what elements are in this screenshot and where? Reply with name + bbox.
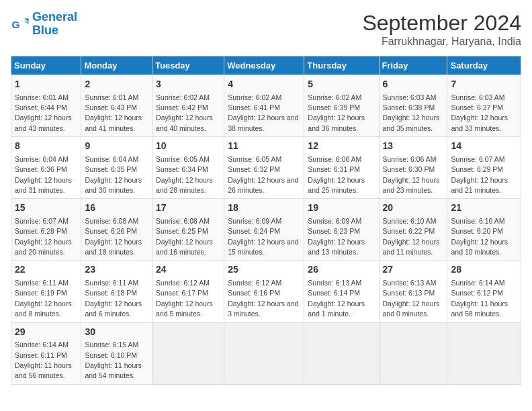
day-number: 7 [451, 78, 517, 91]
day-info: Sunrise: 6:11 AMSunset: 6:19 PMDaylight:… [15, 279, 72, 318]
calendar-cell: 29Sunrise: 6:14 AMSunset: 6:11 PMDayligh… [11, 322, 81, 384]
day-number: 18 [228, 201, 300, 215]
calendar-cell: 26Sunrise: 6:13 AMSunset: 6:14 PMDayligh… [304, 261, 379, 322]
day-number: 8 [15, 140, 77, 153]
page-header: G General Blue September 2024 Farrukhnag… [11, 11, 521, 48]
calendar-cell [304, 322, 379, 384]
calendar-cell: 23Sunrise: 6:11 AMSunset: 6:18 PMDayligh… [81, 261, 152, 322]
day-info: Sunrise: 6:08 AMSunset: 6:26 PMDaylight:… [85, 217, 142, 256]
day-number: 1 [15, 78, 77, 91]
calendar-title: September 2024 [362, 11, 521, 36]
weekday-header-friday: Friday [379, 56, 447, 75]
calendar-cell: 14Sunrise: 6:07 AMSunset: 6:29 PMDayligh… [447, 137, 521, 199]
day-number: 15 [15, 201, 77, 215]
calendar-cell: 7Sunrise: 6:03 AMSunset: 6:37 PMDaylight… [447, 75, 521, 137]
week-row-4: 22Sunrise: 6:11 AMSunset: 6:19 PMDayligh… [11, 261, 521, 322]
calendar-cell: 15Sunrise: 6:07 AMSunset: 6:28 PMDayligh… [11, 199, 81, 261]
day-number: 12 [308, 140, 375, 153]
calendar-cell: 12Sunrise: 6:06 AMSunset: 6:31 PMDayligh… [304, 137, 379, 199]
calendar-cell: 20Sunrise: 6:10 AMSunset: 6:22 PMDayligh… [379, 199, 447, 261]
day-info: Sunrise: 6:11 AMSunset: 6:18 PMDaylight:… [85, 279, 142, 318]
weekday-header-saturday: Saturday [447, 56, 521, 75]
day-info: Sunrise: 6:04 AMSunset: 6:35 PMDaylight:… [85, 155, 142, 194]
day-info: Sunrise: 6:02 AMSunset: 6:42 PMDaylight:… [156, 93, 213, 132]
day-info: Sunrise: 6:12 AMSunset: 6:16 PMDaylight:… [228, 279, 298, 318]
day-number: 13 [383, 140, 444, 153]
calendar-cell: 11Sunrise: 6:05 AMSunset: 6:32 PMDayligh… [224, 137, 304, 199]
day-number: 21 [451, 201, 517, 215]
calendar-cell: 18Sunrise: 6:09 AMSunset: 6:24 PMDayligh… [224, 199, 304, 261]
weekday-header-tuesday: Tuesday [152, 56, 224, 75]
calendar-cell [379, 322, 447, 384]
calendar-cell: 8Sunrise: 6:04 AMSunset: 6:36 PMDaylight… [11, 137, 81, 199]
day-info: Sunrise: 6:12 AMSunset: 6:17 PMDaylight:… [156, 279, 213, 318]
day-number: 22 [15, 263, 77, 277]
week-row-2: 8Sunrise: 6:04 AMSunset: 6:36 PMDaylight… [11, 137, 521, 199]
day-number: 30 [85, 326, 148, 339]
day-info: Sunrise: 6:13 AMSunset: 6:14 PMDaylight:… [308, 279, 365, 318]
calendar-cell: 13Sunrise: 6:06 AMSunset: 6:30 PMDayligh… [379, 137, 447, 199]
day-number: 17 [156, 201, 220, 215]
day-number: 25 [228, 263, 300, 277]
day-number: 2 [85, 78, 148, 91]
svg-marker-2 [24, 21, 29, 24]
calendar-cell [224, 322, 304, 384]
calendar-cell [447, 322, 521, 384]
day-number: 27 [383, 263, 444, 277]
calendar-cell: 28Sunrise: 6:14 AMSunset: 6:12 PMDayligh… [447, 261, 521, 322]
logo-icon: G [11, 15, 30, 34]
day-info: Sunrise: 6:10 AMSunset: 6:20 PMDaylight:… [451, 217, 508, 256]
svg-marker-1 [24, 18, 29, 21]
day-number: 5 [308, 78, 375, 91]
day-info: Sunrise: 6:07 AMSunset: 6:28 PMDaylight:… [15, 217, 72, 256]
weekday-header-thursday: Thursday [304, 56, 379, 75]
day-number: 26 [308, 263, 375, 277]
day-info: Sunrise: 6:04 AMSunset: 6:36 PMDaylight:… [15, 155, 72, 194]
day-info: Sunrise: 6:03 AMSunset: 6:38 PMDaylight:… [383, 93, 440, 132]
weekday-header-row: SundayMondayTuesdayWednesdayThursdayFrid… [11, 56, 521, 75]
calendar-cell: 3Sunrise: 6:02 AMSunset: 6:42 PMDaylight… [152, 75, 224, 137]
day-number: 20 [383, 201, 444, 215]
day-info: Sunrise: 6:14 AMSunset: 6:11 PMDaylight:… [15, 340, 72, 379]
day-info: Sunrise: 6:06 AMSunset: 6:31 PMDaylight:… [308, 155, 365, 194]
day-number: 23 [85, 263, 148, 277]
calendar-cell: 21Sunrise: 6:10 AMSunset: 6:20 PMDayligh… [447, 199, 521, 261]
day-number: 28 [451, 263, 517, 277]
week-row-3: 15Sunrise: 6:07 AMSunset: 6:28 PMDayligh… [11, 199, 521, 261]
calendar-cell: 19Sunrise: 6:09 AMSunset: 6:23 PMDayligh… [304, 199, 379, 261]
day-number: 9 [85, 140, 148, 153]
weekday-header-monday: Monday [81, 56, 152, 75]
day-number: 4 [228, 78, 300, 91]
calendar-cell: 22Sunrise: 6:11 AMSunset: 6:19 PMDayligh… [11, 261, 81, 322]
day-info: Sunrise: 6:02 AMSunset: 6:39 PMDaylight:… [308, 93, 365, 132]
calendar-table: SundayMondayTuesdayWednesdayThursdayFrid… [11, 56, 521, 385]
calendar-cell: 1Sunrise: 6:01 AMSunset: 6:44 PMDaylight… [11, 75, 81, 137]
logo-text: General Blue [32, 11, 77, 38]
day-number: 6 [383, 78, 444, 91]
weekday-header-wednesday: Wednesday [224, 56, 304, 75]
calendar-cell: 30Sunrise: 6:15 AMSunset: 6:10 PMDayligh… [81, 322, 152, 384]
calendar-cell: 4Sunrise: 6:02 AMSunset: 6:41 PMDaylight… [224, 75, 304, 137]
day-info: Sunrise: 6:15 AMSunset: 6:10 PMDaylight:… [85, 340, 142, 379]
day-info: Sunrise: 6:03 AMSunset: 6:37 PMDaylight:… [451, 93, 508, 132]
week-row-1: 1Sunrise: 6:01 AMSunset: 6:44 PMDaylight… [11, 75, 521, 137]
calendar-cell: 24Sunrise: 6:12 AMSunset: 6:17 PMDayligh… [152, 261, 224, 322]
day-info: Sunrise: 6:07 AMSunset: 6:29 PMDaylight:… [451, 155, 508, 194]
calendar-cell: 9Sunrise: 6:04 AMSunset: 6:35 PMDaylight… [81, 137, 152, 199]
day-info: Sunrise: 6:01 AMSunset: 6:44 PMDaylight:… [15, 93, 72, 132]
calendar-cell [152, 322, 224, 384]
day-number: 10 [156, 140, 220, 153]
calendar-cell: 6Sunrise: 6:03 AMSunset: 6:38 PMDaylight… [379, 75, 447, 137]
day-info: Sunrise: 6:13 AMSunset: 6:13 PMDaylight:… [383, 279, 440, 318]
calendar-cell: 5Sunrise: 6:02 AMSunset: 6:39 PMDaylight… [304, 75, 379, 137]
day-number: 29 [15, 326, 77, 339]
calendar-cell: 2Sunrise: 6:01 AMSunset: 6:43 PMDaylight… [81, 75, 152, 137]
day-info: Sunrise: 6:14 AMSunset: 6:12 PMDaylight:… [451, 279, 508, 318]
day-info: Sunrise: 6:05 AMSunset: 6:32 PMDaylight:… [228, 155, 298, 194]
day-number: 16 [85, 201, 148, 215]
calendar-subtitle: Farrukhnagar, Haryana, India [362, 36, 521, 48]
day-number: 3 [156, 78, 220, 91]
day-info: Sunrise: 6:05 AMSunset: 6:34 PMDaylight:… [156, 155, 213, 194]
day-info: Sunrise: 6:09 AMSunset: 6:24 PMDaylight:… [228, 217, 298, 256]
calendar-cell: 10Sunrise: 6:05 AMSunset: 6:34 PMDayligh… [152, 137, 224, 199]
